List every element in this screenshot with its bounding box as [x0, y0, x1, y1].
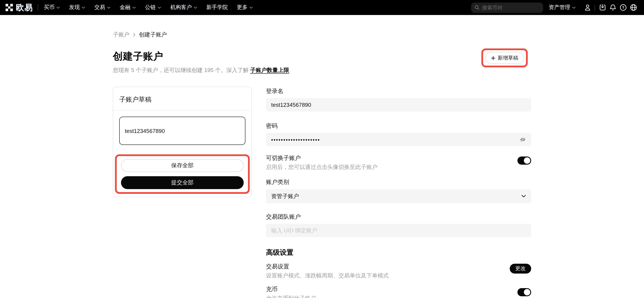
- assets-menu[interactable]: 资产管理: [549, 4, 576, 11]
- search-input[interactable]: [482, 4, 540, 10]
- nav-item-finance[interactable]: 金融: [120, 4, 136, 11]
- top-navbar: 欧易 买币 发现 交易 金融 公链: [0, 0, 644, 15]
- login-name-input[interactable]: [271, 102, 526, 108]
- okx-logo-icon: [6, 4, 13, 11]
- nav-label: 交易: [94, 4, 105, 11]
- nav-item-academy[interactable]: 新手学院: [206, 4, 228, 11]
- breadcrumb: 子账户 创建子账户: [113, 15, 531, 38]
- toggle-knob: [524, 157, 530, 164]
- save-all-button[interactable]: 保存全部: [121, 159, 244, 172]
- nav-label: 更多: [237, 4, 248, 11]
- subtitle-text: 您现有 5 个子账户，还可以继续创建 195 个。深入了解: [113, 67, 250, 73]
- deposit-description: 允许充币到此子账户: [266, 295, 316, 298]
- nav-item-discover[interactable]: 发现: [69, 4, 86, 11]
- trade-settings-description: 设置账户模式、涨跌幅周期、交易单位及下单模式: [266, 272, 389, 279]
- download-app-icon[interactable]: [597, 2, 608, 13]
- nav-label: 买币: [44, 4, 54, 11]
- nav-item-more[interactable]: 更多: [237, 4, 253, 11]
- page-subtitle: 您现有 5 个子账户，还可以继续创建 195 个。深入了解 子账户数量上限: [113, 66, 531, 74]
- draft-panel-title: 子账户草稿: [113, 87, 252, 111]
- deposit-toggle[interactable]: [518, 288, 531, 296]
- toggle-password-visibility-button[interactable]: [520, 136, 526, 143]
- add-draft-highlight-annotation: 新增草稿: [482, 48, 528, 67]
- account-type-label: 账户类别: [266, 179, 531, 186]
- nav-label: 新手学院: [206, 4, 228, 11]
- chevron-down-icon: [521, 195, 526, 198]
- plus-icon: [491, 55, 496, 60]
- login-name-field[interactable]: [266, 98, 531, 111]
- switchable-toggle[interactable]: [518, 157, 531, 165]
- navbar-icon-divider: [595, 4, 595, 10]
- account-type-value: 资管子账户: [271, 192, 299, 200]
- chevron-down-icon: [158, 6, 161, 9]
- search-icon: [474, 5, 480, 10]
- okx-logo-text: 欧易: [16, 3, 33, 11]
- trading-team-field[interactable]: [266, 224, 531, 237]
- login-name-label: 登录名: [266, 88, 531, 95]
- add-draft-label: 新增草稿: [498, 54, 518, 61]
- trade-settings-label: 交易设置: [266, 263, 389, 270]
- submit-all-button[interactable]: 提交全部: [121, 176, 244, 189]
- trading-team-input[interactable]: [271, 227, 526, 234]
- draft-actions-highlight-annotation: 保存全部 提交全部: [115, 154, 250, 194]
- password-masked-value: ••••••••••••••••••••: [271, 137, 520, 143]
- page-title: 创建子账户: [113, 51, 531, 61]
- nav-item-trade[interactable]: 交易: [94, 4, 111, 11]
- nav-label: 发现: [69, 4, 80, 11]
- nav-item-buy-crypto[interactable]: 买币: [44, 4, 60, 11]
- main-nav: 买币 发现 交易 金融 公链 机构客户: [44, 4, 253, 11]
- chevron-down-icon: [82, 6, 86, 9]
- deposit-label: 充币: [266, 286, 316, 293]
- create-subaccount-form: 登录名 密码 ••••••••••••••••••••: [266, 87, 531, 298]
- account-type-select[interactable]: 资管子账户: [266, 189, 531, 203]
- change-trade-settings-button[interactable]: 更改: [510, 264, 531, 274]
- main-content: 子账户 创建子账户 创建子账户 您现有 5 个子账户，还可以继续创建 195 个…: [113, 15, 531, 298]
- eye-off-icon: [520, 136, 526, 143]
- nav-item-chain[interactable]: 公链: [145, 4, 161, 11]
- breadcrumb-subaccounts[interactable]: 子账户: [113, 31, 130, 38]
- password-label: 密码: [266, 123, 531, 129]
- advanced-settings-title: 高级设置: [266, 248, 531, 257]
- chevron-right-icon: [133, 32, 136, 37]
- search-box[interactable]: [471, 2, 543, 13]
- svg-text:?: ?: [622, 5, 624, 10]
- add-draft-button[interactable]: 新增草稿: [485, 52, 524, 64]
- user-icon[interactable]: [582, 2, 592, 13]
- nav-label: 金融: [120, 4, 130, 11]
- language-globe-icon[interactable]: [628, 2, 638, 13]
- draft-list-item[interactable]: test1234567890: [119, 117, 246, 145]
- navbar-divider: [38, 4, 38, 11]
- chevron-down-icon: [107, 6, 111, 9]
- chevron-down-icon: [132, 6, 136, 9]
- draft-name: test1234567890: [125, 128, 165, 134]
- subaccount-limit-link[interactable]: 子账户数量上限: [250, 67, 289, 73]
- password-field[interactable]: ••••••••••••••••••••: [266, 133, 531, 146]
- breadcrumb-current: 创建子账户: [139, 31, 167, 38]
- nav-label: 机构客户: [170, 4, 192, 11]
- notifications-bell-icon[interactable]: [608, 2, 618, 13]
- nav-label: 公链: [145, 4, 156, 11]
- assets-label: 资产管理: [549, 4, 570, 11]
- trading-team-label: 交易团队账户: [266, 214, 531, 220]
- okx-logo[interactable]: 欧易: [6, 3, 33, 11]
- chevron-down-icon: [572, 6, 576, 9]
- chevron-down-icon: [194, 6, 197, 9]
- toggle-knob: [524, 289, 530, 296]
- nav-item-institutions[interactable]: 机构客户: [170, 4, 197, 11]
- switchable-description: 启用后，您可以通过点击头像切换至此子账户: [266, 164, 378, 171]
- chevron-down-icon: [56, 6, 60, 9]
- switchable-label: 可切换子账户: [266, 155, 378, 162]
- draft-panel: 子账户草稿 test1234567890 保存全部 提交全部: [113, 87, 252, 197]
- help-icon[interactable]: ?: [618, 2, 628, 13]
- chevron-down-icon: [249, 6, 253, 9]
